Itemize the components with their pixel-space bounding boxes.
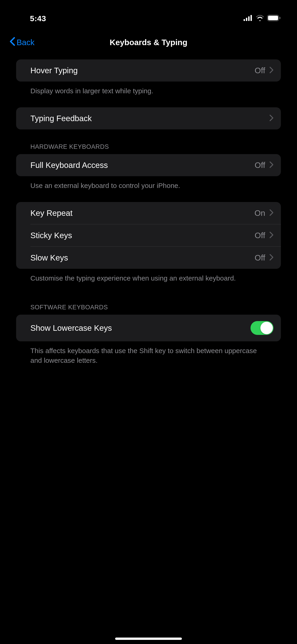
hover-typing-label: Hover Typing xyxy=(30,66,78,75)
status-icons xyxy=(244,15,281,22)
cell-right xyxy=(269,114,274,122)
full-keyboard-access-label: Full Keyboard Access xyxy=(30,160,108,170)
svg-rect-1 xyxy=(246,18,247,21)
show-lowercase-keys-toggle[interactable] xyxy=(250,321,274,335)
full-keyboard-access-footer: Use an external keyboard to control your… xyxy=(16,176,281,190)
wifi-icon xyxy=(256,15,264,22)
cell-right: Off xyxy=(255,231,274,240)
svg-rect-5 xyxy=(268,16,278,20)
chevron-right-icon xyxy=(269,254,274,262)
show-lowercase-keys-label: Show Lowercase Keys xyxy=(30,324,112,332)
chevron-right-icon xyxy=(269,209,274,217)
sticky-keys-label: Sticky Keys xyxy=(30,231,72,240)
hover-typing-value: Off xyxy=(255,66,265,75)
hardware-options-footer: Customise the typing experience when usi… xyxy=(16,269,281,283)
key-repeat-value: On xyxy=(254,208,265,218)
back-label: Back xyxy=(16,38,34,47)
cell-right: On xyxy=(254,208,274,218)
home-indicator[interactable] xyxy=(115,638,182,640)
svg-rect-0 xyxy=(244,19,245,21)
full-keyboard-access-group: Full Keyboard Access Off xyxy=(16,154,281,176)
cell-right: Off xyxy=(255,253,274,262)
hardware-options-group: Key Repeat On Sticky Keys Off Slow Keys … xyxy=(16,202,281,269)
content-area: Hover Typing Off Display words in larger… xyxy=(0,60,297,365)
slow-keys-value: Off xyxy=(255,253,265,262)
show-lowercase-keys-group: Show Lowercase Keys xyxy=(16,315,281,341)
svg-rect-3 xyxy=(250,15,252,21)
cell-right xyxy=(250,321,274,335)
hover-typing-footer: Display words in larger text while typin… xyxy=(16,82,281,96)
typing-feedback-row[interactable]: Typing Feedback xyxy=(16,107,281,130)
typing-feedback-label: Typing Feedback xyxy=(30,114,92,123)
chevron-right-icon xyxy=(269,66,274,74)
sticky-keys-row[interactable]: Sticky Keys Off xyxy=(16,224,281,246)
cell-right: Off xyxy=(255,160,274,170)
slow-keys-row[interactable]: Slow Keys Off xyxy=(16,247,281,269)
chevron-right-icon xyxy=(269,161,274,169)
hardware-keyboards-header: HARDWARE KEYBOARDS xyxy=(16,143,281,154)
status-bar: 5:43 xyxy=(0,0,297,30)
slow-keys-label: Slow Keys xyxy=(30,253,68,262)
software-keyboards-header: SOFTWARE KEYBOARDS xyxy=(16,304,281,315)
back-button[interactable]: Back xyxy=(9,37,34,48)
sticky-keys-value: Off xyxy=(255,231,265,240)
chevron-right-icon xyxy=(269,232,274,239)
back-chevron-icon xyxy=(9,37,15,48)
status-time: 5:43 xyxy=(16,14,46,23)
page-title: Keyboards & Typing xyxy=(110,38,188,47)
svg-rect-2 xyxy=(248,16,250,21)
typing-feedback-group: Typing Feedback xyxy=(16,107,281,130)
chevron-right-icon xyxy=(269,114,274,122)
full-keyboard-access-value: Off xyxy=(255,160,265,170)
battery-icon xyxy=(267,15,281,22)
hover-typing-group: Hover Typing Off xyxy=(16,60,281,82)
cellular-signal-icon xyxy=(244,15,253,22)
key-repeat-label: Key Repeat xyxy=(30,208,72,218)
toggle-knob xyxy=(260,322,273,334)
cell-right: Off xyxy=(255,66,274,75)
show-lowercase-keys-row: Show Lowercase Keys xyxy=(16,315,281,341)
show-lowercase-keys-footer: This affects keyboards that use the Shif… xyxy=(16,341,281,365)
nav-bar: Back Keyboards & Typing xyxy=(0,30,297,60)
key-repeat-row[interactable]: Key Repeat On xyxy=(16,202,281,224)
full-keyboard-access-row[interactable]: Full Keyboard Access Off xyxy=(16,154,281,176)
svg-rect-6 xyxy=(280,17,280,19)
hover-typing-row[interactable]: Hover Typing Off xyxy=(16,60,281,82)
